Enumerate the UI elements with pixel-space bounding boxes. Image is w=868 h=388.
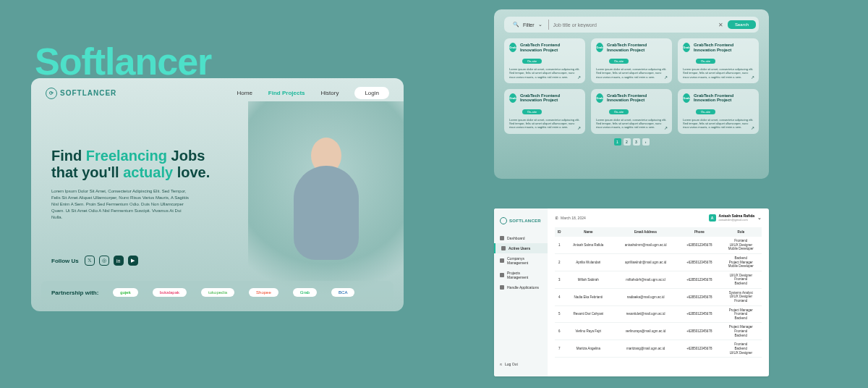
card-badge: On-site [609,109,629,114]
page-3[interactable]: 3 [633,138,640,146]
sidebar-logo-text: SOFTLANCER [509,219,541,223]
open-link-icon[interactable]: ↗ [664,75,668,80]
twitter-icon[interactable]: 𝕏 [85,256,95,266]
cell-id: 1 [555,237,563,253]
youtube-icon[interactable]: ▶ [128,256,138,266]
project-card[interactable]: GrabGrabTech Frontend Innovation Project… [504,89,585,134]
sidebar-item[interactable]: Projects Management [494,268,548,282]
card-desc: Lorem ipsum dolor sit amet, consectetur … [596,67,667,79]
cell-email: verlinoraya@mail.ugm.ac.id [613,323,678,340]
company-icon: Grab [683,93,690,103]
search-button[interactable]: Search [728,20,756,29]
follow-label: Follow Us [51,258,79,264]
project-card[interactable]: GrabGrabTech Frontend Innovation Project… [591,89,672,134]
nav-history[interactable]: History [321,90,339,96]
table-row[interactable]: 1Anisah Salma Rafidaanisahslmrn@mail.ugm… [555,237,762,253]
cell-phone: +6285012345678 [678,237,720,253]
cell-id: 4 [555,288,563,305]
open-link-icon[interactable]: ↗ [751,125,754,130]
table-row[interactable]: 6Verlino Raya Fajriverlinoraya@mail.ugm.… [555,323,762,340]
user-detail: Anisah Salma Rafida anisahslm@gmail.com [719,214,754,222]
nav-home[interactable]: Home [237,90,252,96]
date-display: 🗓 March 18, 2024 [555,216,586,220]
col-email: Email Address [613,227,678,237]
logo: ⟳ SOFTLANCER [46,88,116,99]
project-card[interactable]: GrabGrabTech Frontend Innovation Project… [678,38,759,83]
table-row[interactable]: 5Resanti Dwi Cahyaniresantidwi@mail.ugm.… [555,305,762,323]
table-row[interactable]: 7Maritza Angelinamaritzang@mail.ugm.ac.i… [555,340,762,358]
login-button[interactable]: Login [354,87,389,99]
card-desc: Lorem ipsum dolor sit amet, consectetur … [509,67,580,79]
table-row[interactable]: 4Nadia Eka Febriantinadiaeka@mail.ugm.ac… [555,288,762,305]
search-icon: 🔍 [513,22,519,28]
sidebar-item[interactable]: Active Users [494,243,548,253]
cell-email: aprilliawlndr@mail.ugm.ac.id [613,253,678,271]
open-link-icon[interactable]: ↗ [577,125,581,130]
linkedin-icon[interactable]: in [114,256,124,266]
cell-id: 2 [555,253,563,271]
sidebar-item[interactable]: Handle Applications [494,282,548,292]
card-desc: Lorem ipsum dolor sit amet, consectetur … [683,67,754,79]
date-text: March 18, 2024 [561,216,586,220]
dashboard-panel: SOFTLANCER DashboardActive UsersCompanys… [494,208,769,376]
open-link-icon[interactable]: ↗ [751,75,754,80]
logout-button[interactable]: ⎋ Log Out [494,358,548,371]
user-menu[interactable]: A Anisah Salma Rafida anisahslm@gmail.co… [709,214,762,222]
card-title: GrabTech Frontend Innovation Project [694,93,754,103]
sidebar-item-label: Active Users [509,246,530,250]
sidebar-item[interactable]: Companys Management [494,253,548,268]
cell-role: Project ManagerFrontendBackend [720,323,762,340]
project-card[interactable]: GrabGrabTech Frontend Innovation Project… [678,89,759,134]
dashboard-main: 🗓 March 18, 2024 A Anisah Salma Rafida a… [548,208,769,376]
partner-bukalapak: bukalapak [153,288,187,297]
cell-id: 5 [555,305,563,323]
filter-dropdown[interactable]: 🔍 Filter ⌄ [507,20,549,30]
instagram-icon[interactable]: ◎ [99,256,109,266]
card-desc: Lorem ipsum dolor sit amet, consectetur … [683,118,754,130]
sidebar-logo: SOFTLANCER [494,214,548,227]
sidebar-item-icon [501,246,506,250]
card-title: GrabTech Frontend Innovation Project [607,93,667,103]
partner-shopee: Shopee [249,288,278,297]
cell-phone: +6285012345678 [678,253,720,271]
sidebar-item-label: Companys Management [507,256,542,265]
cell-role: Systems AnalystUI/UX DesignerFrontend [720,288,762,305]
cell-name: Verlino Raya Fajri [563,323,613,340]
card-badge: On-site [522,59,542,64]
open-link-icon[interactable]: ↗ [664,125,668,130]
page-1[interactable]: 1 [614,138,621,146]
card-badge: On-site [522,109,542,114]
clear-icon[interactable]: ✕ [718,22,723,28]
cell-id: 3 [555,271,563,288]
cell-id: 6 [555,323,563,340]
col-phone: Phone [678,227,720,237]
cell-name: Nadia Eka Febrianti [563,288,613,305]
cell-name: Anisah Salma Rafida [563,237,613,253]
project-card[interactable]: GrabGrabTech Frontend Innovation Project… [504,38,585,83]
project-card[interactable]: GrabGrabTech Frontend Innovation Project… [591,38,672,83]
sidebar-item[interactable]: Dashboard [494,233,548,243]
nav-find-projects[interactable]: Find Projects [268,90,305,96]
sidebar-item-label: Dashboard [507,236,524,240]
page-2[interactable]: 2 [624,138,631,146]
headline-teal2: actualy [123,164,173,180]
company-icon: Grab [683,43,690,52]
cell-phone: +6285012345678 [678,323,720,340]
logout-icon: ⎋ [500,362,502,366]
page-next-icon[interactable]: › [642,138,650,146]
headline-pre: Find [51,148,86,164]
cell-email: resantidwi@mail.ugm.ac.id [613,305,678,323]
dashboard-topbar: 🗓 March 18, 2024 A Anisah Salma Rafida a… [555,214,762,222]
cell-role: Project ManagerFrontendBackend [720,305,762,323]
calendar-icon: 🗓 [555,216,558,220]
cell-role: FrontendBackendUI/UX Designer [720,340,762,358]
cell-role: UI/UX DesignerFrontendBackend [720,271,762,288]
table-row[interactable]: 2Aprilia Wulandariaprilliawlndr@mail.ugm… [555,253,762,271]
landing-panel: ⟳ SOFTLANCER Home Find Projects History … [31,78,404,311]
open-link-icon[interactable]: ↗ [577,75,581,80]
primary-nav: Home Find Projects History [237,90,339,96]
search-input[interactable] [553,22,714,28]
sidebar-item-icon [500,258,504,263]
table-row[interactable]: 3Miftah Sabirahmiftahsbrh@mail.ugm.ac.id… [555,271,762,288]
sidebar-item-icon [500,236,504,240]
